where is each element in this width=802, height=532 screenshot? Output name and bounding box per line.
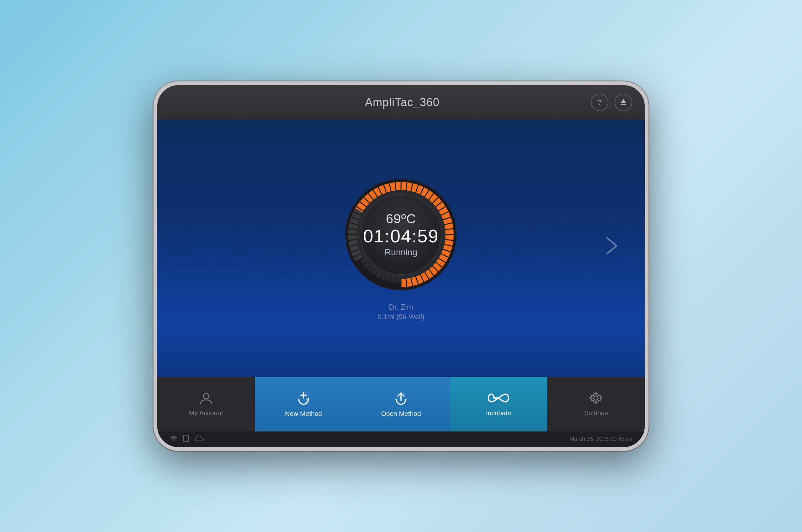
gauge-volume: 0.1ml (96-Well) — [378, 313, 425, 321]
nav-new-method-label: New Method — [285, 410, 322, 417]
nav-settings[interactable]: Settings — [547, 377, 645, 432]
nav-incubate[interactable]: Incubate — [450, 377, 547, 432]
gauge-info: Dr. Zim 0.1ml (96-Well) — [378, 303, 425, 321]
eject-icon — [620, 98, 627, 107]
new-method-icon — [295, 391, 312, 407]
svg-marker-0 — [621, 99, 626, 103]
gauge-container: 69ºC 01:04:59 Running Dr. Zim 0.1ml (96-… — [341, 175, 461, 321]
nav-open-method-label: Open Method — [381, 410, 421, 417]
nav-incubate-label: Incubate — [486, 409, 511, 417]
gauge-time: 01:04:59 — [363, 226, 439, 246]
top-bar: AmpliTac_360 ? — [157, 85, 645, 120]
wifi-icon — [170, 435, 177, 443]
nav-new-method[interactable]: New Method — [255, 377, 352, 432]
gauge-inner: 69ºC 01:04:59 Running — [363, 212, 439, 258]
nav-my-account[interactable]: My Account — [157, 377, 255, 432]
gauge-status: Running — [385, 247, 417, 258]
eject-button[interactable] — [615, 94, 632, 111]
nav-settings-label: Settings — [584, 409, 608, 417]
main-content: 69ºC 01:04:59 Running Dr. Zim 0.1ml (96-… — [157, 120, 645, 377]
app-title: AmpliTac_360 — [214, 96, 591, 109]
tablet-device: AmpliTac_360 ? — [153, 81, 649, 451]
infinity-icon — [488, 391, 509, 407]
gauge-temperature: 69ºC — [386, 212, 416, 226]
status-icons — [170, 435, 204, 443]
person-icon — [199, 391, 213, 407]
bottom-nav: My Account New Method — [157, 377, 645, 432]
gauge: 69ºC 01:04:59 Running — [341, 175, 461, 294]
svg-point-69 — [594, 396, 598, 400]
nav-my-account-label: My Account — [189, 409, 223, 417]
help-button[interactable]: ? — [591, 94, 609, 111]
tablet-icon — [183, 435, 189, 443]
svg-point-65 — [203, 393, 209, 399]
cloud-icon — [195, 435, 204, 443]
status-datetime: March 25, 2015 10:45am — [570, 436, 632, 442]
gauge-user: Dr. Zim — [378, 303, 425, 311]
help-icon: ? — [598, 98, 601, 107]
status-bar: March 25, 2015 10:45am — [157, 432, 645, 447]
gear-icon — [589, 391, 603, 407]
open-method-icon — [393, 391, 409, 407]
top-bar-actions: ? — [591, 94, 632, 111]
next-arrow[interactable] — [604, 235, 620, 261]
svg-rect-1 — [621, 104, 626, 105]
nav-open-method[interactable]: Open Method — [352, 377, 450, 432]
